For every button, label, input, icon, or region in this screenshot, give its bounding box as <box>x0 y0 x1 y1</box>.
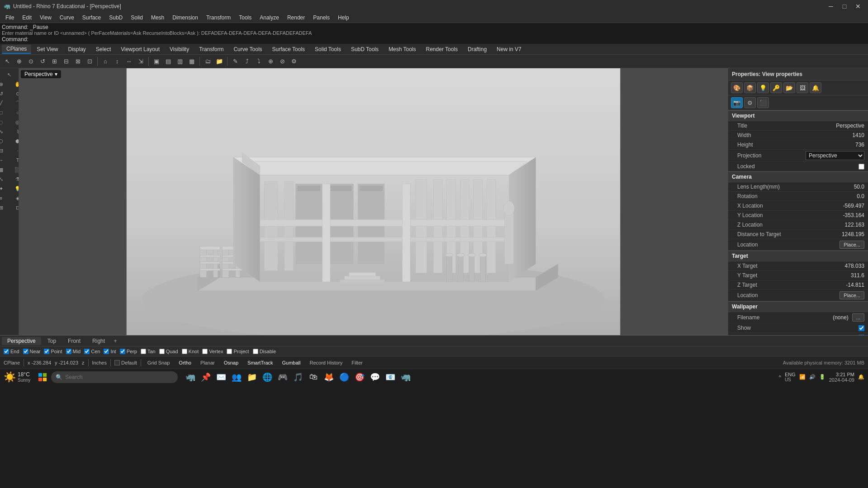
menu-view[interactable]: View <box>36 14 55 22</box>
taskbar-teams2-icon[interactable]: 💬 <box>368 370 382 384</box>
taskbar-pin-icon[interactable]: 📌 <box>199 370 213 384</box>
tab-display[interactable]: Display <box>64 45 90 53</box>
extra-tool-2[interactable]: ⊡ <box>9 203 19 212</box>
toolbar-btn-10[interactable]: ↕ <box>112 56 123 67</box>
filter-btn[interactable]: Filter <box>349 360 365 366</box>
command-input[interactable] <box>30 36 121 43</box>
snap-int[interactable]: Int <box>104 349 116 354</box>
material-tool[interactable]: ◈ <box>9 194 19 203</box>
command-line-3[interactable]: Command: <box>2 36 866 43</box>
toolbar-btn-18[interactable]: 📁 <box>214 56 225 67</box>
pan-tool[interactable]: ✋ <box>9 80 19 89</box>
panel-icon-image[interactable]: 🖼 <box>797 82 808 93</box>
panel-icon-viewport-props[interactable]: ⬛ <box>757 97 769 108</box>
menu-file[interactable]: File <box>2 14 18 22</box>
light-tool[interactable]: 💡 <box>9 184 19 193</box>
tab-mesh-tools[interactable]: Mesh Tools <box>384 45 420 53</box>
toolbar-btn-6[interactable]: ⊟ <box>61 56 71 67</box>
search-input[interactable] <box>65 374 173 380</box>
circle-tool[interactable]: ○ <box>9 108 19 117</box>
taskbar-folder-icon[interactable]: 📁 <box>245 370 259 384</box>
taskbar-teams-icon[interactable]: 👥 <box>229 370 244 384</box>
tab-subd-tools[interactable]: SubD Tools <box>346 45 383 53</box>
toolbar-btn-4[interactable]: ↺ <box>37 56 48 67</box>
freeform-tool[interactable]: ⌇ <box>9 127 19 136</box>
toolbar-btn-13[interactable]: ▣ <box>151 56 162 67</box>
menu-curve[interactable]: Curve <box>56 14 78 22</box>
viewport[interactable]: Perspective ▾ <box>19 68 728 335</box>
wallpaper-browse-button[interactable]: ... <box>852 313 864 322</box>
toolbar-btn-12[interactable]: ⇲ <box>135 56 146 67</box>
curve-tool[interactable]: ∿ <box>0 127 9 136</box>
taskbar-chrome-icon[interactable]: 🔵 <box>337 370 351 384</box>
select-tool[interactable]: ↖ <box>1 70 18 79</box>
projection-select[interactable]: Perspective Parallel Two Point Perspecti… <box>806 151 864 160</box>
taskbar-clock[interactable]: 3:21 PM 2024-04-09 <box>829 372 854 383</box>
vp-tab-top[interactable]: Top <box>42 337 62 345</box>
tab-visibility[interactable]: Visibility <box>165 45 194 53</box>
tab-drafting[interactable]: Drafting <box>463 45 491 53</box>
dimension-tool[interactable]: ↔ <box>0 156 9 165</box>
snap-cen[interactable]: Cen <box>84 349 100 354</box>
wallpaper-show-checkbox[interactable] <box>859 325 864 331</box>
panel-icon-render-mode[interactable]: ⚙ <box>744 97 756 108</box>
start-button[interactable] <box>36 371 49 384</box>
toolbar-btn-24[interactable]: ⚙ <box>289 56 299 67</box>
toolbar-btn-9[interactable]: ⌂ <box>100 56 111 67</box>
line-tool[interactable]: ╱ <box>0 99 9 108</box>
polyline-tool[interactable]: ⌒ <box>9 99 19 108</box>
toolbar-btn-2[interactable]: ⊕ <box>14 56 24 67</box>
taskbar-firefox-icon[interactable]: 🦊 <box>322 370 336 384</box>
menu-render[interactable]: Render <box>284 14 308 22</box>
target-place-button[interactable]: Place... <box>840 291 864 299</box>
menu-solid[interactable]: Solid <box>127 14 147 22</box>
snap-project[interactable]: Project <box>227 349 249 354</box>
panel-icon-bell[interactable]: 🔔 <box>810 82 821 93</box>
panel-row-locked[interactable]: Locked <box>728 162 868 171</box>
panel-icon-key[interactable]: 🔑 <box>770 82 782 93</box>
toolbar-btn-15[interactable]: ▥ <box>175 56 185 67</box>
menu-subd[interactable]: SubD <box>105 14 126 22</box>
rotate-tool[interactable]: ↺ <box>0 89 9 98</box>
taskbar-edge-icon[interactable]: 🌐 <box>260 370 275 384</box>
vp-tab-right[interactable]: Right <box>87 337 110 345</box>
point-tool[interactable]: · <box>9 146 19 155</box>
panel-row-target-loc[interactable]: Location Place... <box>728 290 868 301</box>
panel-row-show[interactable]: Show <box>728 323 868 333</box>
solid-tool[interactable]: ⬢ <box>9 137 19 146</box>
taskbar-store-icon[interactable]: 🛍 <box>306 370 321 384</box>
menu-dimension[interactable]: Dimension <box>169 14 202 22</box>
zoom-tool[interactable]: ⊕ <box>0 80 9 89</box>
panel-icon-object[interactable]: 📦 <box>744 82 756 93</box>
weather-widget[interactable]: ☀️ 18°C Sunny <box>4 371 30 383</box>
toolbar-btn-3[interactable]: ⊙ <box>25 56 36 67</box>
snap-perp[interactable]: Perp <box>120 349 137 354</box>
snap-end[interactable]: End <box>4 349 19 354</box>
toolbar-btn-5[interactable]: ⊞ <box>49 56 60 67</box>
toolbar-btn-14[interactable]: ▤ <box>163 56 174 67</box>
toolbar-btn-1[interactable]: ↖ <box>2 56 13 67</box>
grid-snap-btn[interactable]: Grid Snap <box>145 360 173 366</box>
taskbar-3d-icon[interactable]: 🎯 <box>352 370 367 384</box>
minimize-button[interactable]: ─ <box>825 1 837 11</box>
arc-tool[interactable]: ◌ <box>0 118 9 127</box>
surface-tool[interactable]: ⬡ <box>0 137 9 146</box>
menu-panels[interactable]: Panels <box>309 14 333 22</box>
hatch-tool[interactable]: ▦ <box>0 165 9 174</box>
tab-cplanes[interactable]: CPlanes <box>2 45 31 54</box>
tab-surface-tools[interactable]: Surface Tools <box>268 45 310 53</box>
volume-icon[interactable]: 🔊 <box>809 374 816 380</box>
viewport-label[interactable]: Perspective ▾ <box>21 70 61 78</box>
taskbar-steam-icon[interactable]: 🎮 <box>275 370 290 384</box>
ortho-btn[interactable]: Ortho <box>176 360 194 366</box>
snap-vertex[interactable]: Vertex <box>202 349 223 354</box>
transform-tool[interactable]: ⤡ <box>0 175 9 184</box>
tab-render-tools[interactable]: Render Tools <box>422 45 463 53</box>
taskbar-spotify-icon[interactable]: 🎵 <box>291 370 305 384</box>
ellipse-tool[interactable]: ◎ <box>9 118 19 127</box>
taskbar-outlook-icon[interactable]: 📧 <box>383 370 398 384</box>
toolbar-btn-7[interactable]: ⊠ <box>72 56 83 67</box>
toolbar-btn-20[interactable]: ⤴ <box>242 56 252 67</box>
tab-new-in-v7[interactable]: New in V7 <box>492 45 526 53</box>
toolbar-btn-11[interactable]: ↔ <box>123 56 134 67</box>
